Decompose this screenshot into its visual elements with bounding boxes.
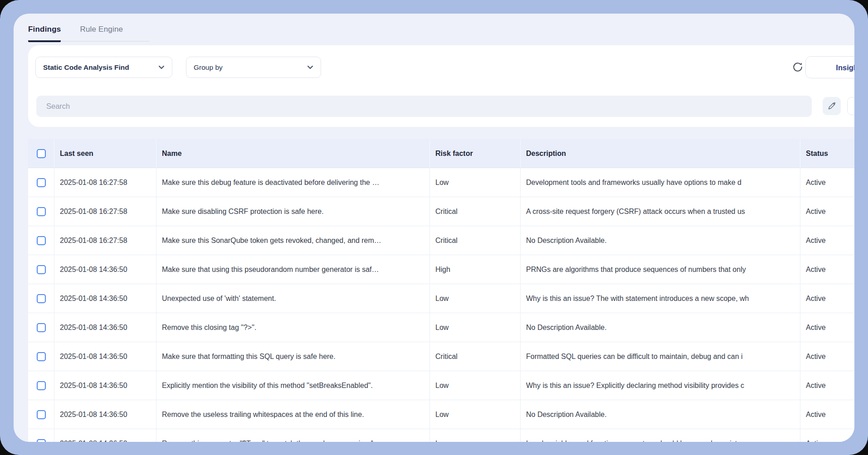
cell-name: Make sure this debug feature is deactiva… [156, 168, 430, 197]
table-row[interactable]: 2025-01-08 16:27:58Make sure disabling C… [28, 197, 854, 226]
table-row[interactable]: 2025-01-08 16:27:58Make sure this SonarQ… [28, 226, 854, 255]
cell-description: A cross-site request forgery (CSRF) atta… [521, 197, 800, 226]
findings-table: Last seen Name Risk factor Description S… [28, 139, 854, 442]
row-checkbox[interactable] [37, 410, 46, 419]
cell-status: Active [800, 226, 854, 255]
row-checkbox[interactable] [37, 381, 46, 390]
cell-name: Remove this closing tag "?>". [156, 313, 430, 342]
table-row[interactable]: 2025-01-08 14:36:50Remove this closing t… [28, 313, 854, 342]
table-header-row: Last seen Name Risk factor Description S… [28, 139, 854, 168]
row-checkbox-cell [28, 371, 54, 400]
cell-status: Active [800, 342, 854, 371]
cell-name: Make sure that formatting this SQL query… [156, 342, 430, 371]
cell-status: Active [800, 313, 854, 342]
cell-status: Active [800, 255, 854, 284]
column-header-status: Status [800, 139, 854, 168]
row-checkbox[interactable] [37, 207, 46, 216]
insights-button[interactable]: Insights [805, 56, 854, 78]
cell-status: Active [800, 284, 854, 313]
table-row[interactable]: 2025-01-08 14:36:50Rename this parameter… [28, 429, 854, 442]
row-checkbox[interactable] [37, 294, 46, 303]
filter-panel: Static Code Analysis Find Group by Insig… [28, 45, 854, 127]
tab-rule-engine[interactable]: Rule Engine [80, 25, 123, 42]
table-row[interactable]: 2025-01-08 14:36:50Remove the useless tr… [28, 400, 854, 429]
select-all-checkbox[interactable] [37, 149, 46, 158]
cell-status: Active [800, 371, 854, 400]
select-all-cell [28, 139, 54, 168]
table-row[interactable]: 2025-01-08 14:36:50Make sure that using … [28, 255, 854, 284]
cell-description: Development tools and frameworks usually… [521, 168, 800, 197]
cell-name: Remove the useless trailing whitespaces … [156, 400, 430, 429]
column-header-description: Description [521, 139, 800, 168]
column-header-risk-factor: Risk factor [430, 139, 521, 168]
edit-button[interactable] [823, 97, 841, 115]
table-row[interactable]: 2025-01-08 14:36:50Unexpected use of 'wi… [28, 284, 854, 313]
group-by-dropdown[interactable]: Group by [186, 57, 321, 78]
cell-name: Make sure that using this pseudorandom n… [156, 255, 430, 284]
table-row[interactable]: 2025-01-08 14:36:50Make sure that format… [28, 342, 854, 371]
cell-description: No Description Available. [521, 226, 800, 255]
cell-risk-factor: Low [430, 429, 521, 442]
row-checkbox-cell [28, 168, 54, 197]
cell-description: PRNGs are algorithms that produce sequen… [521, 255, 800, 284]
table-row[interactable]: 2025-01-08 14:36:50Explicitly mention th… [28, 371, 854, 400]
cell-name: Rename this parameter "$Type" to match t… [156, 429, 430, 442]
pencil-icon [827, 102, 836, 111]
cell-status: Active [800, 197, 854, 226]
clipped-action-button[interactable] [847, 97, 854, 115]
row-checkbox-cell [28, 429, 54, 442]
refresh-button[interactable] [791, 60, 806, 74]
group-by-dropdown-value: Group by [194, 63, 223, 72]
cell-status: Active [800, 400, 854, 429]
row-checkbox-cell [28, 284, 54, 313]
cell-risk-factor: Critical [430, 226, 521, 255]
cell-description: Why is this an issue? Explicitly declari… [521, 371, 800, 400]
row-checkbox[interactable] [37, 178, 46, 187]
row-checkbox[interactable] [37, 236, 46, 245]
chevron-down-icon [307, 65, 313, 69]
cell-risk-factor: Low [430, 400, 521, 429]
chevron-down-icon [158, 65, 165, 69]
column-header-name: Name [156, 139, 430, 168]
clipped-action-icon [853, 102, 854, 111]
cell-risk-factor: Low [430, 313, 521, 342]
cell-name: Explicitly mention the visibility of thi… [156, 371, 430, 400]
row-checkbox-cell [28, 197, 54, 226]
cell-last-seen: 2025-01-08 14:36:50 [54, 371, 156, 400]
row-checkbox[interactable] [37, 439, 46, 442]
search-input[interactable] [36, 96, 812, 117]
row-checkbox-cell [28, 400, 54, 429]
cell-risk-factor: High [430, 255, 521, 284]
cell-risk-factor: Low [430, 371, 521, 400]
app-background: Findings Rule Engine Static Code Analysi… [0, 0, 868, 455]
row-checkbox[interactable] [37, 352, 46, 361]
cell-description: No Description Available. [521, 313, 800, 342]
row-checkbox-cell [28, 342, 54, 371]
cell-name: Make sure this SonarQube token gets revo… [156, 226, 430, 255]
cell-last-seen: 2025-01-08 16:27:58 [54, 197, 156, 226]
cell-risk-factor: Critical [430, 197, 521, 226]
cell-last-seen: 2025-01-08 16:27:58 [54, 226, 156, 255]
cell-description: Why is this an issue? The with statement… [521, 284, 800, 313]
row-checkbox-cell [28, 226, 54, 255]
cell-last-seen: 2025-01-08 14:36:50 [54, 429, 156, 442]
cell-description: Local variables and function parameters … [521, 429, 800, 442]
cell-last-seen: 2025-01-08 14:36:50 [54, 284, 156, 313]
cell-description: Formatted SQL queries can be difficult t… [521, 342, 800, 371]
finding-type-dropdown-value: Static Code Analysis Find [43, 63, 129, 72]
cell-description: No Description Available. [521, 400, 800, 429]
cell-last-seen: 2025-01-08 14:36:50 [54, 342, 156, 371]
cell-last-seen: 2025-01-08 14:36:50 [54, 400, 156, 429]
table-body: 2025-01-08 16:27:58Make sure this debug … [28, 168, 854, 442]
table-row[interactable]: 2025-01-08 16:27:58Make sure this debug … [28, 168, 854, 197]
cell-last-seen: 2025-01-08 14:36:50 [54, 255, 156, 284]
row-checkbox[interactable] [37, 265, 46, 274]
cell-status: Active [800, 168, 854, 197]
tab-bar: Findings Rule Engine [28, 25, 150, 42]
column-header-last-seen: Last seen [54, 139, 156, 168]
cell-last-seen: 2025-01-08 16:27:58 [54, 168, 156, 197]
row-checkbox[interactable] [37, 323, 46, 332]
tab-findings[interactable]: Findings [28, 25, 61, 42]
main-card: Findings Rule Engine Static Code Analysi… [14, 14, 854, 442]
finding-type-dropdown[interactable]: Static Code Analysis Find [35, 57, 172, 78]
